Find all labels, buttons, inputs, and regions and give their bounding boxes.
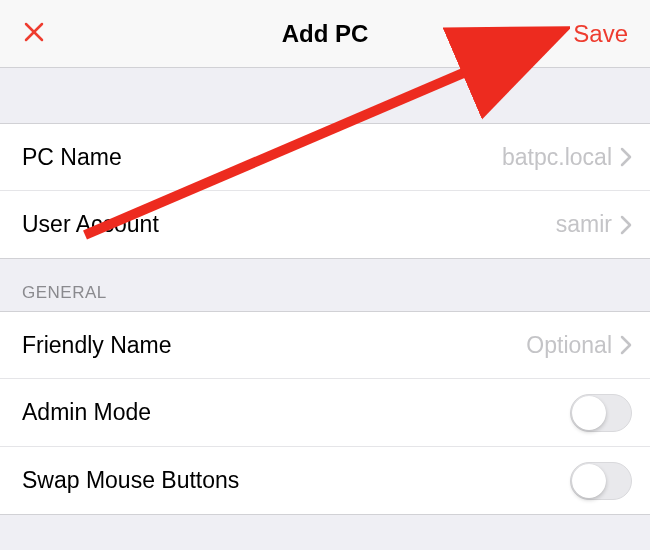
row-right: batpc.local <box>502 144 632 171</box>
admin-mode-toggle[interactable] <box>570 394 632 432</box>
section-spacer <box>0 68 650 123</box>
header-bar: Add PC Save <box>0 0 650 68</box>
row-right: samir <box>556 211 632 238</box>
row-label: Friendly Name <box>22 332 172 359</box>
row-right: Optional <box>526 332 632 359</box>
page-title: Add PC <box>282 20 369 48</box>
swap-mouse-row: Swap Mouse Buttons <box>0 447 650 515</box>
toggle-knob <box>572 464 606 498</box>
row-label: PC Name <box>22 144 122 171</box>
toggle-knob <box>572 396 606 430</box>
row-value: Optional <box>526 332 612 359</box>
row-value: samir <box>556 211 612 238</box>
close-icon <box>22 20 46 48</box>
row-label: Swap Mouse Buttons <box>22 467 239 494</box>
row-value: batpc.local <box>502 144 612 171</box>
user-account-row[interactable]: User Account samir <box>0 191 650 259</box>
general-section-header: GENERAL <box>0 259 650 311</box>
pc-name-row[interactable]: PC Name batpc.local <box>0 123 650 191</box>
row-label: Admin Mode <box>22 399 151 426</box>
section-title: GENERAL <box>22 283 107 303</box>
chevron-right-icon <box>620 215 632 235</box>
save-button[interactable]: Save <box>573 20 628 48</box>
close-button[interactable] <box>22 20 62 48</box>
row-right <box>570 462 632 500</box>
friendly-name-row[interactable]: Friendly Name Optional <box>0 311 650 379</box>
row-right <box>570 394 632 432</box>
admin-mode-row: Admin Mode <box>0 379 650 447</box>
chevron-right-icon <box>620 335 632 355</box>
chevron-right-icon <box>620 147 632 167</box>
swap-mouse-toggle[interactable] <box>570 462 632 500</box>
row-label: User Account <box>22 211 159 238</box>
